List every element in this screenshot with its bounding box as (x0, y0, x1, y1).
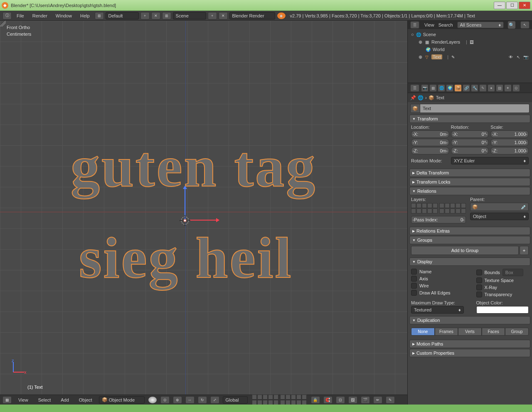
scale-y[interactable]: Y:1.000 (490, 139, 529, 146)
os-taskbar[interactable] (0, 405, 532, 412)
section-duplication[interactable]: Duplication (409, 316, 530, 324)
search-icon[interactable]: 🔍 (508, 21, 515, 29)
render-engine-select[interactable]: Blender Render (229, 12, 275, 20)
parent-type-select[interactable]: Object♦ (470, 213, 529, 220)
pivot-icon[interactable]: ⊙ (160, 396, 170, 404)
menu-window[interactable]: Window (52, 11, 76, 21)
tab-renderlayers[interactable]: ▦ (429, 84, 437, 92)
menu-render[interactable]: Render (28, 11, 52, 21)
screen-browse-icon[interactable]: ⊞ (95, 12, 104, 20)
tree-scene[interactable]: Scene (423, 32, 436, 37)
selectable-icon[interactable]: ↖ (515, 54, 521, 60)
outliner-display-mode[interactable]: All Scenes♦ (457, 22, 504, 28)
dup-frames[interactable]: Frames (435, 328, 458, 336)
object-name-field[interactable]: 📦 (410, 104, 530, 113)
screen-layout-select[interactable]: Default (106, 12, 139, 20)
3d-viewport[interactable]: Front Ortho Centimeters guten tag sieg h… (0, 21, 407, 405)
tab-data[interactable]: ✎ (479, 84, 487, 92)
location-x[interactable]: X:0m (411, 130, 449, 138)
check-draw-all-edges[interactable] (411, 290, 417, 296)
view3d-menu-add[interactable]: Add (57, 395, 73, 405)
image-icon[interactable]: 🖼 (469, 39, 475, 45)
screen-delete-icon[interactable]: ✕ (151, 12, 160, 20)
section-custom-properties[interactable]: Custom Properties (409, 349, 530, 357)
gizmo-x-arrow[interactable] (190, 220, 219, 221)
breadcrumb-object[interactable]: Text (436, 95, 444, 100)
scene-browse-icon[interactable]: ⊞ (162, 12, 171, 20)
layers-grid[interactable] (411, 203, 466, 213)
gizmo-z-arrow[interactable] (185, 186, 185, 219)
manipulator-scale-icon[interactable]: ⤢ (210, 396, 219, 404)
properties-body[interactable]: 📦 Transform Location: X:0m Y:0m Z:0m R (408, 102, 532, 405)
section-delta-transform[interactable]: Delta Transform (409, 169, 530, 177)
snap-icon[interactable]: 🧲 (323, 396, 332, 404)
shading-mode-icon[interactable] (148, 396, 157, 404)
tab-material[interactable]: ● (488, 84, 495, 92)
gpencil-mode-icon[interactable]: ✎ (386, 396, 395, 404)
check-transparency[interactable] (476, 292, 482, 297)
properties-editor-icon[interactable]: ☰ (410, 84, 419, 92)
viewport-layers[interactable] (252, 395, 307, 405)
rotation-y[interactable]: Y:0° (451, 139, 489, 146)
transform-orientation[interactable]: Global (223, 396, 248, 404)
section-motion-paths[interactable]: Motion Paths (409, 340, 530, 348)
outliner-filter-icon[interactable]: ↖ (520, 21, 530, 29)
check-bounds[interactable] (476, 270, 482, 275)
pin-icon[interactable]: 📌 (410, 95, 416, 101)
render-anim-icon[interactable]: 🎬 (361, 396, 370, 404)
tab-object[interactable]: 📦 (454, 84, 462, 92)
rotation-mode-select[interactable]: XYZ Euler♦ (451, 157, 529, 164)
add-to-group-button[interactable]: Add to Group (411, 246, 519, 255)
scene-add-icon[interactable]: + (208, 12, 217, 20)
pass-index-field[interactable]: Pass Index:0 (411, 216, 466, 223)
lock-camera-icon[interactable]: 🔒 (311, 396, 320, 404)
section-relations[interactable]: Relations (409, 187, 530, 195)
dup-verts[interactable]: Verts (458, 328, 482, 336)
outliner-menu-search[interactable]: Search (438, 22, 453, 27)
add-group-plus-button[interactable]: + (520, 246, 529, 255)
gpencil-icon[interactable]: ✏ (373, 396, 382, 404)
manipulator-rotate-icon[interactable]: ↻ (198, 396, 207, 404)
render-preview-icon[interactable]: 🖼 (348, 396, 357, 404)
section-groups[interactable]: Groups (409, 236, 530, 244)
dup-faces[interactable]: Faces (482, 328, 505, 336)
maximize-button[interactable]: ☐ (506, 2, 518, 9)
object-name-input[interactable] (420, 104, 530, 113)
tab-texture[interactable]: ▨ (496, 84, 503, 92)
minimize-button[interactable]: — (494, 2, 505, 9)
parent-object-field[interactable]: 📦💉 (470, 203, 529, 211)
renderable-icon[interactable]: 📷 (523, 54, 529, 60)
outliner-editor-icon[interactable]: ☰ (410, 21, 419, 29)
object-color-swatch[interactable] (476, 306, 529, 314)
scene-select[interactable]: Scene (173, 12, 206, 20)
manipulator-translate-icon[interactable]: ↔ (185, 396, 195, 404)
rotation-x[interactable]: X:0° (451, 130, 489, 138)
dup-none[interactable]: None (411, 328, 435, 336)
location-y[interactable]: Y:0m (411, 139, 449, 146)
section-relations-extras[interactable]: Relations Extras (409, 227, 530, 235)
check-axis[interactable] (411, 276, 417, 282)
tab-physics[interactable]: ⊙ (512, 84, 520, 92)
max-draw-type-select[interactable]: Textured♦ (411, 306, 464, 314)
text-object-line1[interactable]: guten tag (71, 133, 317, 200)
view3d-menu-view[interactable]: View (14, 395, 32, 405)
outliner-menu-view[interactable]: View (424, 22, 434, 27)
section-display[interactable]: Display (409, 258, 530, 266)
text-data-icon[interactable]: ✎ (450, 54, 456, 60)
visibility-icon[interactable]: 👁 (508, 54, 514, 60)
section-transform[interactable]: Transform (409, 115, 530, 123)
tab-scene[interactable]: 🌐 (438, 84, 445, 92)
eyedropper-icon[interactable]: 💉 (521, 204, 527, 210)
editor-type-icon[interactable]: ⓘ (2, 12, 12, 20)
tab-render[interactable]: 📷 (421, 84, 429, 92)
dup-group[interactable]: Group (505, 328, 529, 336)
rotation-z[interactable]: Z:0° (451, 147, 489, 154)
check-wire[interactable] (411, 283, 417, 289)
mode-select[interactable]: 📦 Object Mode (99, 396, 145, 404)
menu-help[interactable]: Help (76, 11, 94, 21)
area-corner-icon[interactable] (0, 21, 6, 27)
scene-delete-icon[interactable]: ✕ (219, 12, 228, 20)
tab-particles[interactable]: ✦ (504, 84, 512, 92)
duplication-type[interactable]: None Frames Verts Faces Group (411, 328, 529, 336)
scale-z[interactable]: Z:1.000 (490, 147, 529, 154)
